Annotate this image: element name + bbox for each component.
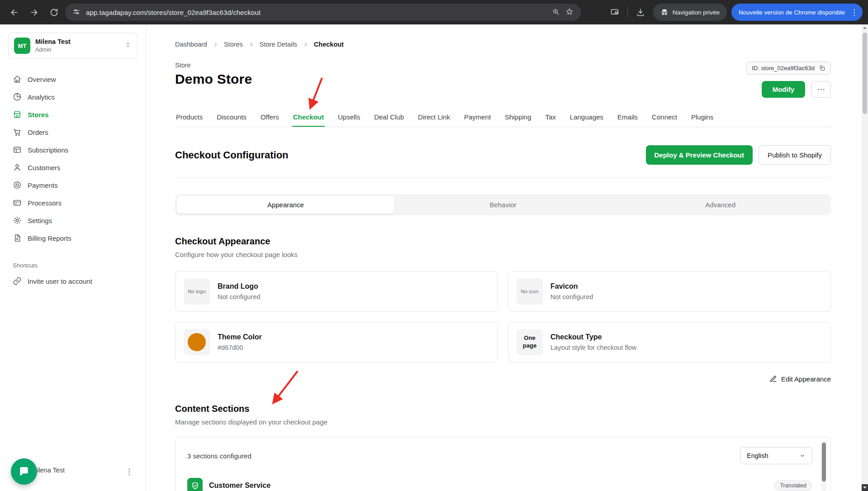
breadcrumb-item-stores[interactable]: Stores — [224, 41, 243, 48]
tab-payment[interactable]: Payment — [463, 111, 492, 127]
more-actions-button[interactable]: ⋯ — [811, 81, 831, 98]
link-icon — [13, 276, 22, 286]
reload-button[interactable] — [45, 4, 62, 21]
copy-icon — [819, 65, 825, 72]
tab-offers[interactable]: Offers — [260, 111, 280, 127]
gear-icon — [13, 216, 22, 225]
credit-card-icon — [13, 198, 22, 207]
sidebar-item-customers[interactable]: Customers — [8, 159, 138, 176]
breadcrumb-separator-icon — [213, 42, 218, 48]
page-scrollbar-thumb[interactable] — [863, 33, 867, 114]
address-bar[interactable]: app.tagadapay.com/stores/store_02ea9f3ac… — [65, 4, 581, 21]
tab-shipping[interactable]: Shipping — [504, 111, 532, 127]
sidebar-item-analytics[interactable]: Analytics — [8, 88, 138, 105]
sidebar-item-label: Subscriptions — [28, 146, 68, 154]
sidebar-nav: Overview Analytics Stores Orders Subscri… — [8, 71, 138, 247]
sidebar-item-label: Orders — [28, 129, 48, 136]
card-subtitle: Not configured — [218, 293, 260, 300]
home-icon — [13, 75, 22, 84]
chat-widget-button[interactable] — [11, 458, 37, 485]
sections-scrollbar-thumb[interactable] — [822, 443, 826, 481]
breadcrumb-item-dashboard[interactable]: Dashboard — [175, 41, 207, 48]
scroll-up-icon[interactable] — [862, 24, 868, 31]
content-sections-title: Content Sections — [175, 404, 831, 414]
chrome-update-button[interactable]: Nouvelle version de Chrome disponible ⋮ — [731, 4, 863, 21]
publish-shopify-button[interactable]: Publish to Shopify — [759, 145, 831, 165]
deploy-preview-button[interactable]: Deploy & Preview Checkout — [646, 145, 753, 165]
sidebar-item-payments[interactable]: Payments — [8, 176, 138, 194]
store-icon — [13, 110, 22, 119]
sidebar-item-stores[interactable]: Stores — [8, 106, 138, 123]
sidebar-item-billing-reports[interactable]: Billing Reports — [8, 229, 138, 247]
main-content: Dashboard Stores Store Details Checkout … — [146, 24, 868, 491]
language-select[interactable]: English — [740, 447, 812, 464]
edit-appearance-link[interactable]: Edit Appearance — [769, 375, 831, 383]
segment-advanced[interactable]: Advanced — [612, 196, 829, 214]
breadcrumb-item-store-details[interactable]: Store Details — [260, 41, 297, 48]
content-sections-head: Content Sections Manage sections display… — [175, 404, 831, 426]
shortcuts-title: Shortcuts — [13, 262, 138, 269]
segment-behavior[interactable]: Behavior — [394, 196, 612, 214]
favicon-thumb: No icon — [517, 278, 543, 305]
tab-connect[interactable]: Connect — [651, 111, 678, 127]
card-subtitle: Layout style for checkout flow — [550, 344, 636, 351]
toolbar-divider — [627, 7, 628, 17]
chevron-down-icon — [799, 453, 806, 459]
section-row-customer-service[interactable]: Customer Service Translated — [187, 478, 812, 491]
panel-list-icon — [13, 145, 22, 154]
translated-badge: Translated — [774, 480, 812, 491]
footer-menu-icon[interactable]: ⋮ — [125, 467, 133, 477]
tab-checkout[interactable]: Checkout — [292, 111, 325, 127]
edit-appearance-label: Edit Appearance — [781, 375, 831, 383]
tab-products[interactable]: Products — [175, 111, 204, 127]
sidebar-item-settings[interactable]: Settings — [8, 212, 138, 229]
sidebar-item-label: Billing Reports — [28, 234, 71, 242]
media-device-icon[interactable] — [607, 4, 623, 20]
tab-languages[interactable]: Languages — [569, 111, 604, 127]
tab-direct-link[interactable]: Direct Link — [417, 111, 451, 127]
sidebar-item-label: Customers — [28, 164, 61, 172]
tab-deal-club[interactable]: Deal Club — [373, 111, 405, 127]
store-tabs: Products Discounts Offers Checkout Upsel… — [175, 111, 831, 127]
url-text[interactable]: app.tagadapay.com/stores/store_02ea9f3ac… — [86, 9, 546, 16]
checkout-type-card[interactable]: One page Checkout Type Layout style for … — [508, 322, 831, 362]
tab-upsells[interactable]: Upsells — [337, 111, 361, 127]
sections-scrollbar[interactable] — [821, 441, 826, 491]
segment-appearance[interactable]: Appearance — [177, 196, 394, 214]
document-icon — [13, 234, 22, 243]
sidebar-item-subscriptions[interactable]: Subscriptions — [8, 141, 138, 158]
forward-button[interactable] — [25, 4, 43, 21]
toolbar-right-cluster: Navigation privée Nouvelle version de Ch… — [607, 4, 863, 21]
appearance-subtitle: Configure how your checkout page looks — [175, 251, 831, 258]
update-label: Nouvelle version de Chrome disponible — [739, 9, 845, 16]
site-settings-icon[interactable] — [72, 8, 81, 17]
browser-menu-icon[interactable]: ⋮ — [850, 9, 858, 16]
brand-logo-card[interactable]: No logo Brand Logo Not configured — [175, 271, 498, 312]
incognito-icon — [660, 8, 669, 16]
store-id-badge[interactable]: ID: store_02ea9f3ac63d — [746, 62, 831, 75]
favicon-card[interactable]: No icon Favicon Not configured — [508, 271, 831, 312]
tab-plugins[interactable]: Plugins — [690, 111, 714, 127]
tab-emails[interactable]: Emails — [617, 111, 639, 127]
downloads-icon[interactable] — [632, 4, 649, 20]
page-title: Demo Store — [175, 72, 252, 87]
sidebar-item-processors[interactable]: Processors — [8, 194, 138, 211]
sidebar-item-overview[interactable]: Overview — [8, 71, 138, 88]
tab-discounts[interactable]: Discounts — [216, 111, 247, 127]
breadcrumb-item-checkout: Checkout — [314, 41, 344, 48]
back-button[interactable] — [5, 4, 23, 21]
zoom-icon[interactable] — [552, 8, 560, 17]
incognito-badge[interactable]: Navigation privée — [653, 4, 727, 21]
card-subtitle: Not configured — [550, 293, 593, 300]
sidebar-item-orders[interactable]: Orders — [8, 124, 138, 141]
sidebar-item-label: Settings — [28, 217, 52, 224]
modify-button[interactable]: Modify — [762, 81, 805, 98]
page-scrollbar[interactable] — [862, 24, 868, 491]
theme-color-card[interactable]: Theme Color #d67d00 — [175, 322, 498, 362]
sidebar-item-invite-user[interactable]: Invite user to account — [8, 272, 138, 290]
account-switcher[interactable]: MT Milena Test Admin — [8, 33, 138, 59]
checkout-config-header: Checkout Configuration Deploy & Preview … — [175, 145, 831, 178]
bookmark-star-icon[interactable] — [565, 8, 574, 17]
scroll-down-icon[interactable] — [862, 484, 868, 491]
tab-tax[interactable]: Tax — [545, 111, 557, 127]
